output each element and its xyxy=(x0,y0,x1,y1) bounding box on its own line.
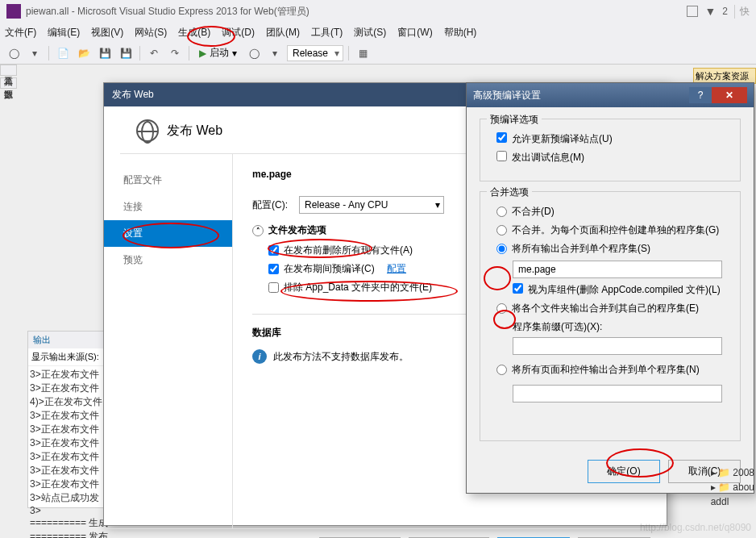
no-merge-radio[interactable] xyxy=(496,206,507,217)
precompile-checkbox[interactable] xyxy=(268,264,279,274)
toolbox-tab[interactable]: 工具箱 xyxy=(0,65,17,76)
nav-back-icon[interactable]: ◯ xyxy=(5,44,23,62)
emit-debug-checkbox[interactable] xyxy=(496,151,507,161)
menubar: 文件(F) 编辑(E) 视图(V) 网站(S) 生成(B) 调试(D) 团队(M… xyxy=(0,23,756,42)
output-panel: 输出 显示输出来源(S): 3>正在发布文件3>正在发布文件 4)>正在发布文件… xyxy=(27,331,111,508)
info-icon: i xyxy=(252,349,267,364)
menu-help[interactable]: 帮助(H) xyxy=(444,26,477,40)
play-icon: ▶ xyxy=(199,48,206,59)
browser-icon[interactable]: ◯ xyxy=(245,44,263,62)
config-label: 配置(C): xyxy=(252,198,293,212)
exclude-appdata-checkbox[interactable] xyxy=(268,282,279,293)
advanced-dialog-title: 高级预编译设置 xyxy=(473,89,541,102)
start-label: 启动 xyxy=(210,46,229,60)
quick-launch-hint[interactable]: 快 xyxy=(734,5,750,19)
configure-link[interactable]: 配置 xyxy=(387,262,406,276)
delete-existing-checkbox[interactable] xyxy=(268,245,279,256)
exclude-appdata-label: 排除 App_Data 文件夹中的文件(E) xyxy=(284,281,432,294)
nav-fwd-icon[interactable]: ▾ xyxy=(26,44,44,62)
help-button[interactable]: ? xyxy=(689,87,712,103)
pages-assembly-input[interactable] xyxy=(513,385,722,402)
start-debug-button[interactable]: ▶ 启动 ▾ xyxy=(194,46,242,60)
ok-button[interactable]: 确定(O) xyxy=(588,460,660,483)
merge-pages-controls-radio[interactable] xyxy=(496,365,507,375)
browser-dropdown-icon[interactable]: ▾ xyxy=(266,44,284,62)
output-lines: 3>正在发布文件3>正在发布文件 4)>正在发布文件3>正在发布文件 3>正在发… xyxy=(28,366,110,538)
save-all-icon[interactable]: 💾 xyxy=(117,44,135,62)
merge-single-radio[interactable] xyxy=(496,244,507,254)
nav-preview[interactable]: 预览 xyxy=(104,247,232,273)
undo-icon[interactable]: ↶ xyxy=(145,44,163,62)
menu-debug[interactable]: 调试(D) xyxy=(222,26,255,40)
advanced-precompile-dialog: 高级预编译设置 ? ✕ 预编译选项 允许更新预编译站点(U) 发出调试信息(M)… xyxy=(466,82,754,494)
new-project-icon[interactable]: 📄 xyxy=(54,44,72,62)
config-select[interactable]: Release xyxy=(287,45,343,61)
toolbar: ◯ ▾ 📄 📂 💾 💾 ↶ ↷ ▶ 启动 ▾ ◯ ▾ Release ▦ xyxy=(0,42,756,65)
menu-test[interactable]: 测试(S) xyxy=(354,26,386,40)
nav-profile[interactable]: 配置文件 xyxy=(104,167,232,194)
merge-per-folder-radio[interactable] xyxy=(496,303,507,314)
menu-website[interactable]: 网站(S) xyxy=(135,26,167,40)
prefix-input[interactable] xyxy=(513,337,722,355)
chevron-down-icon: ▾ xyxy=(232,48,237,59)
nav-connection[interactable]: 连接 xyxy=(104,194,232,220)
open-icon[interactable]: 📂 xyxy=(75,44,93,62)
menu-file[interactable]: 文件(F) xyxy=(5,26,36,40)
merge-pages-controls-label: 将所有页面和控件输出合并到单个程序集(N) xyxy=(512,363,700,377)
extension-icon[interactable]: ▦ xyxy=(354,44,372,62)
assembly-name-input[interactable] xyxy=(513,261,722,278)
redo-icon[interactable]: ↷ xyxy=(166,44,184,62)
menu-view[interactable]: 视图(V) xyxy=(91,26,123,40)
globe-icon xyxy=(136,119,159,142)
no-merge-label: 不合并(D) xyxy=(512,205,555,219)
treat-as-library-checkbox[interactable] xyxy=(513,283,523,294)
notification-flag-icon[interactable]: ▼ xyxy=(704,5,716,18)
vs-logo-icon xyxy=(6,4,21,19)
close-x-button[interactable]: ✕ xyxy=(712,87,747,103)
menu-edit[interactable]: 编辑(E) xyxy=(48,26,80,40)
menu-window[interactable]: 窗口(W) xyxy=(397,26,432,40)
delete-existing-label: 在发布前删除所有现有文件(A) xyxy=(284,244,413,257)
menu-tools[interactable]: 工具(T) xyxy=(311,26,343,40)
merge-per-folder-label: 将各个文件夹输出合并到其自己的程序集(E) xyxy=(512,302,699,315)
window-title: piewan.all - Microsoft Visual Studio Exp… xyxy=(26,5,309,19)
precompile-group: 预编译选项 xyxy=(487,113,542,127)
menu-build[interactable]: 生成(B) xyxy=(178,26,210,40)
emit-debug-label: 发出调试信息(M) xyxy=(512,151,584,165)
output-header: 输出 xyxy=(28,332,110,348)
merge-single-label: 将所有输出合并到单个程序集(S) xyxy=(512,242,650,256)
feedback-icon[interactable] xyxy=(687,6,698,17)
nav-settings[interactable]: 设置 xyxy=(104,220,232,247)
precompile-label: 在发布期间预编译(C) xyxy=(284,262,375,276)
allow-update-label: 允许更新预编译站点(U) xyxy=(512,132,613,146)
config-dropdown[interactable]: Release - Any CPU▾ xyxy=(299,196,444,214)
solution-explorer-tab[interactable]: 解决方案资源管理 xyxy=(693,68,756,84)
prefix-label: 程序集前缀(可选)(X): xyxy=(513,320,730,334)
menu-team[interactable]: 团队(M) xyxy=(266,26,300,40)
solution-tree-partial: ▸ 📁 2008▸ 📁 abou addl xyxy=(711,465,754,509)
no-merge-per-page-radio[interactable] xyxy=(496,225,507,236)
database-message: 此发布方法不支持数据库发布。 xyxy=(273,350,409,364)
treat-as-library-label: 视为库组件(删除 AppCode.compiled 文件)(L) xyxy=(528,283,721,297)
merge-group: 合并选项 xyxy=(487,186,532,199)
watermark: http://blog.csdn.net/q8090 xyxy=(640,522,751,533)
titlebar: piewan.all - Microsoft Visual Studio Exp… xyxy=(0,0,756,23)
allow-update-checkbox[interactable] xyxy=(496,132,507,143)
save-icon[interactable]: 💾 xyxy=(96,44,114,62)
publish-header: 发布 Web xyxy=(167,123,222,140)
no-merge-per-page-label: 不合并。为每个页面和控件创建单独的程序集(G) xyxy=(512,223,719,237)
collapse-icon: ˄ xyxy=(252,225,264,236)
output-source-label[interactable]: 显示输出来源(S): xyxy=(28,348,110,366)
datasource-tab[interactable]: 数据源 xyxy=(0,77,17,89)
notification-count: 2 xyxy=(722,6,728,17)
publish-nav: 配置文件 连接 设置 预览 xyxy=(104,154,233,528)
